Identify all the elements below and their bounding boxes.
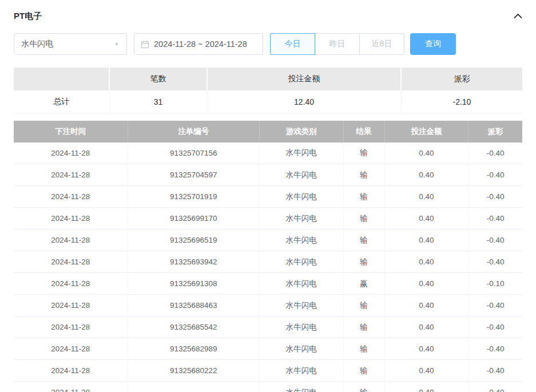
game-type-cell: 水牛闪电 xyxy=(259,186,343,208)
order-no-cell: 91325685542 xyxy=(128,316,259,338)
summary-total-count: 31 xyxy=(109,90,207,113)
detail-header-row: 下注时间 注单编号 游戏类别 结果 投注金额 派彩 xyxy=(14,121,522,142)
order-no-cell: 91325693942 xyxy=(128,251,259,273)
order-no-cell xyxy=(128,382,259,392)
game-select[interactable]: 水牛闪电 ▼ xyxy=(14,33,127,55)
bet-amount-cell: 0.40 xyxy=(384,338,468,360)
summary-table: 笔数 投注金额 派彩 总计 31 12.40 -2.10 xyxy=(14,68,522,114)
order-no-cell: 91325691308 xyxy=(128,273,259,295)
table-row: 2024-11-28水牛闪电输0.40-0.40 xyxy=(14,382,522,392)
game-type-cell: 水牛闪电 xyxy=(259,208,343,229)
bet-time-cell: 2024-11-28 xyxy=(14,338,128,360)
bet-time-cell: 2024-11-28 xyxy=(14,229,128,251)
payout-cell: -0.40 xyxy=(468,316,522,338)
summary-header-bet-amount: 投注金额 xyxy=(207,68,402,90)
table-row: 2024-11-2891325685542水牛闪电输0.40-0.40 xyxy=(14,316,522,338)
table-row: 2024-11-2891325688463水牛闪电输0.40-0.40 xyxy=(14,295,522,316)
order-no-cell: 91325704597 xyxy=(128,164,259,186)
bet-time-cell: 2024-11-28 xyxy=(14,251,128,273)
bet-amount-cell: 0.40 xyxy=(384,316,468,338)
game-type-cell: 水牛闪电 xyxy=(259,164,343,186)
date-range-input[interactable]: 2024-11-28 ~ 2024-11-28 xyxy=(134,33,263,55)
payout-cell: -0.40 xyxy=(468,142,522,164)
table-row: 2024-11-2891325704597水牛闪电输0.40-0.40 xyxy=(14,164,522,186)
chevron-down-icon: ▼ xyxy=(114,42,120,47)
bet-time-cell: 2024-11-28 xyxy=(14,208,128,229)
bet-time-cell: 2024-11-28 xyxy=(14,164,128,186)
page-title: PT电子 xyxy=(14,11,42,22)
summary-header-payout: 派彩 xyxy=(401,68,522,90)
table-row: 2024-11-2891325707156水牛闪电输0.40-0.40 xyxy=(14,142,522,164)
bet-amount-cell: 0.40 xyxy=(384,360,468,382)
result-cell: 输 xyxy=(343,338,384,360)
yesterday-button[interactable]: 昨日 xyxy=(315,33,360,55)
result-cell: 输 xyxy=(343,295,384,316)
summary-total-payout: -2.10 xyxy=(401,90,522,113)
bet-amount-cell: 0.40 xyxy=(384,273,468,295)
betting-records-panel: PT电子 水牛闪电 ▼ 2024-11-28 ~ 2024-11-28 今日 昨… xyxy=(0,0,536,392)
table-row: 2024-11-2891325691308水牛闪电赢0.40-0.10 xyxy=(14,273,522,295)
today-button[interactable]: 今日 xyxy=(270,33,315,55)
payout-cell: -0.40 xyxy=(468,360,522,382)
order-no-cell: 91325696519 xyxy=(128,229,259,251)
result-cell: 输 xyxy=(343,251,384,273)
table-row: 2024-11-2891325682989水牛闪电输0.40-0.40 xyxy=(14,338,522,360)
last-8-days-button[interactable]: 近8日 xyxy=(359,33,404,55)
bet-time-cell: 2024-11-28 xyxy=(14,295,128,316)
detail-header-result: 结果 xyxy=(343,121,384,142)
game-type-cell: 水牛闪电 xyxy=(259,273,343,295)
payout-cell: -0.40 xyxy=(468,186,522,208)
result-cell: 输 xyxy=(343,229,384,251)
payout-cell: -0.40 xyxy=(468,251,522,273)
panel-header: PT电子 xyxy=(14,8,522,24)
detail-table-body: 2024-11-2891325707156水牛闪电输0.40-0.402024-… xyxy=(14,142,522,392)
bet-detail-table: 下注时间 注单编号 游戏类别 结果 投注金额 派彩 2024-11-289132… xyxy=(14,121,522,392)
detail-header-order-no: 注单编号 xyxy=(128,121,259,142)
detail-header-game-type: 游戏类别 xyxy=(259,121,343,142)
order-no-cell: 91325707156 xyxy=(128,142,259,164)
result-cell: 赢 xyxy=(343,273,384,295)
result-cell: 输 xyxy=(343,142,384,164)
detail-header-payout: 派彩 xyxy=(468,121,522,142)
summary-header-count: 笔数 xyxy=(109,68,207,90)
payout-cell: -0.40 xyxy=(468,382,522,392)
payout-cell: -0.40 xyxy=(468,208,522,229)
order-no-cell: 91325699170 xyxy=(128,208,259,229)
game-type-cell: 水牛闪电 xyxy=(259,142,343,164)
collapse-button[interactable] xyxy=(513,11,522,21)
bet-amount-cell: 0.40 xyxy=(384,186,468,208)
bet-amount-cell: 0.40 xyxy=(384,208,468,229)
game-type-cell: 水牛闪电 xyxy=(259,360,343,382)
game-type-cell: 水牛闪电 xyxy=(259,251,343,273)
payout-cell: -0.40 xyxy=(468,338,522,360)
table-row: 2024-11-2891325699170水牛闪电输0.40-0.40 xyxy=(14,208,522,229)
payout-cell: -0.40 xyxy=(468,229,522,251)
chevron-up-icon xyxy=(514,13,522,19)
table-row: 2024-11-2891325696519水牛闪电输0.40-0.40 xyxy=(14,229,522,251)
summary-header-row: 笔数 投注金额 派彩 xyxy=(14,68,522,90)
summary-total-label: 总计 xyxy=(14,90,109,113)
table-row: 2024-11-2891325701919水牛闪电输0.40-0.40 xyxy=(14,186,522,208)
date-quick-filters: 今日 昨日 近8日 xyxy=(270,33,404,55)
order-no-cell: 91325682989 xyxy=(128,338,259,360)
order-no-cell: 91325680222 xyxy=(128,360,259,382)
table-row: 2024-11-2891325693942水牛闪电输0.40-0.40 xyxy=(14,251,522,273)
bet-amount-cell: 0.40 xyxy=(384,229,468,251)
summary-total-row: 总计 31 12.40 -2.10 xyxy=(14,90,522,113)
table-row: 2024-11-2891325680222水牛闪电输0.40-0.40 xyxy=(14,360,522,382)
result-cell: 输 xyxy=(343,208,384,229)
query-button[interactable]: 查询 xyxy=(410,33,456,55)
summary-header-empty xyxy=(14,68,109,90)
result-cell: 输 xyxy=(343,382,384,392)
bet-time-cell: 2024-11-28 xyxy=(14,316,128,338)
bet-time-cell: 2024-11-28 xyxy=(14,273,128,295)
date-range-value: 2024-11-28 ~ 2024-11-28 xyxy=(154,39,247,49)
payout-cell: -0.10 xyxy=(468,273,522,295)
bet-time-cell: 2024-11-28 xyxy=(14,186,128,208)
order-no-cell: 91325701919 xyxy=(128,186,259,208)
summary-total-bet-amount: 12.40 xyxy=(207,90,402,113)
bet-amount-cell: 0.40 xyxy=(384,164,468,186)
detail-header-bet-time: 下注时间 xyxy=(14,121,128,142)
bet-time-cell: 2024-11-28 xyxy=(14,142,128,164)
game-type-cell: 水牛闪电 xyxy=(259,338,343,360)
